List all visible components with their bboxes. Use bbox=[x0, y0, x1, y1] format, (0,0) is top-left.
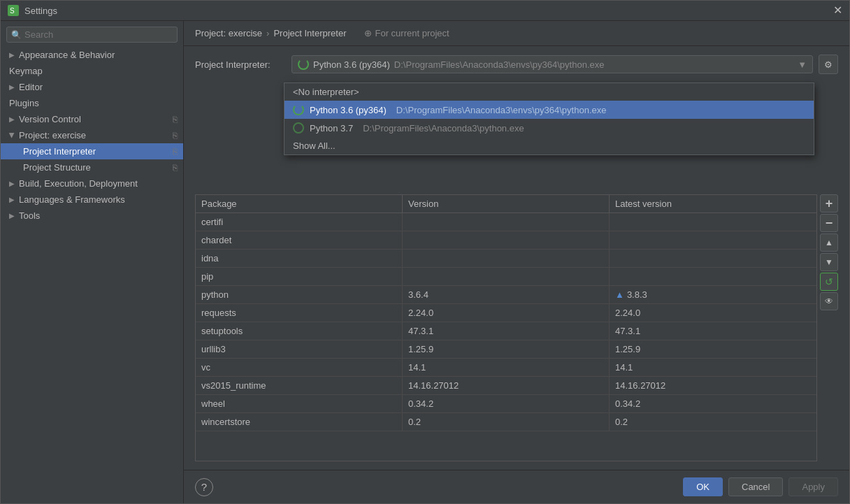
table-row[interactable]: idna bbox=[196, 250, 816, 268]
package-version-cell: 47.3.1 bbox=[403, 322, 610, 340]
dropdown-no-interpreter[interactable]: <No interpreter> bbox=[284, 83, 814, 101]
ok-button[interactable]: OK bbox=[683, 477, 723, 496]
title-bar: S Settings ✕ bbox=[1, 1, 849, 21]
search-box[interactable]: 🔍 bbox=[6, 27, 178, 43]
table-row[interactable]: certifi bbox=[196, 213, 816, 231]
sidebar-item-project-exercise[interactable]: ▶ Project: exercise ⎘ bbox=[1, 127, 183, 143]
settings-window: S Settings ✕ 🔍 ▶ Appearance & Behavior K… bbox=[0, 0, 850, 504]
package-latest-cell bbox=[610, 250, 816, 267]
package-version-cell: 1.25.9 bbox=[403, 340, 610, 358]
python-spinner-icon bbox=[293, 122, 304, 134]
sidebar: 🔍 ▶ Appearance & Behavior Keymap ▶ Edito… bbox=[1, 21, 184, 503]
refresh-button[interactable]: ↺ bbox=[820, 273, 838, 291]
package-latest-cell: 2.24.0 bbox=[610, 304, 816, 322]
table-row[interactable]: python3.6.4▲3.8.3 bbox=[196, 286, 816, 304]
sidebar-item-editor[interactable]: ▶ Editor bbox=[1, 79, 183, 95]
sidebar-item-label: Tools bbox=[19, 210, 40, 221]
footer: ? OK Cancel Apply bbox=[184, 470, 849, 503]
table-row[interactable]: wincertstore0.20.2 bbox=[196, 413, 816, 431]
dropdown-py364[interactable]: Python 3.6 (py364) D:\ProgramFiles\Anaco… bbox=[284, 101, 814, 119]
copy-icon: ⎘ bbox=[173, 115, 178, 124]
arrow-icon: ▶ bbox=[9, 180, 15, 187]
col-package: Package bbox=[196, 195, 403, 213]
sidebar-item-languages-frameworks[interactable]: ▶ Languages & Frameworks bbox=[1, 192, 183, 208]
table-row[interactable]: wheel0.34.20.34.2 bbox=[196, 395, 816, 413]
table-body: certifichardetidnapippython3.6.4▲3.8.3re… bbox=[196, 213, 816, 461]
package-version-cell: 14.1 bbox=[403, 359, 610, 376]
package-version-cell bbox=[403, 231, 610, 249]
table-row[interactable]: requests2.24.02.24.0 bbox=[196, 304, 816, 322]
no-interpreter-label: <No interpreter> bbox=[293, 87, 359, 97]
package-latest-cell: 0.2 bbox=[610, 413, 816, 431]
sidebar-item-project-interpreter[interactable]: Project Interpreter ⎘ bbox=[1, 143, 183, 159]
interpreter-selected-name: Python 3.6 (py364) bbox=[313, 59, 390, 70]
sidebar-item-tools[interactable]: ▶ Tools bbox=[1, 208, 183, 224]
sidebar-item-build-execution[interactable]: ▶ Build, Execution, Deployment bbox=[1, 175, 183, 192]
table-row[interactable]: setuptools47.3.147.3.1 bbox=[196, 322, 816, 340]
package-version-cell: 0.34.2 bbox=[403, 395, 610, 412]
package-latest-cell: 14.1 bbox=[610, 359, 816, 376]
sidebar-item-label: Languages & Frameworks bbox=[19, 194, 125, 205]
package-version-cell: 2.24.0 bbox=[403, 304, 610, 322]
scroll-down-button[interactable]: ▼ bbox=[820, 253, 838, 271]
breadcrumb-project: Project: exercise bbox=[195, 28, 262, 38]
sidebar-item-version-control[interactable]: ▶ Version Control ⎘ bbox=[1, 111, 183, 127]
table-row[interactable]: pip bbox=[196, 268, 816, 286]
interpreter-dropdown[interactable]: Python 3.6 (py364) D:\ProgramFiles\Anaco… bbox=[291, 55, 813, 73]
package-name-cell: certifi bbox=[196, 213, 403, 231]
package-name-cell: idna bbox=[196, 250, 403, 267]
copy-icon: ⎘ bbox=[173, 163, 178, 173]
copy-icon: ⎘ bbox=[173, 147, 178, 157]
dropdown-py37-path: D:\ProgramFiles\Anaconda3\python.exe bbox=[363, 123, 524, 134]
search-input[interactable] bbox=[24, 29, 173, 40]
sidebar-item-label: Project: exercise bbox=[19, 130, 86, 141]
dropdown-show-all[interactable]: Show All... bbox=[284, 137, 814, 154]
sidebar-item-label: Version Control bbox=[19, 114, 81, 124]
sidebar-item-project-structure[interactable]: Project Structure ⎘ bbox=[1, 159, 183, 175]
arrow-icon: ▶ bbox=[9, 115, 15, 123]
col-version: Version bbox=[403, 195, 610, 213]
cancel-button[interactable]: Cancel bbox=[728, 477, 783, 496]
dropdown-py37[interactable]: Python 3.7 D:\ProgramFiles\Anaconda3\pyt… bbox=[284, 119, 814, 137]
package-name-cell: wheel bbox=[196, 395, 403, 412]
package-latest-cell: 14.16.27012 bbox=[610, 377, 816, 394]
interpreter-dropdown-popup: <No interpreter> Python 3.6 (py364) D:\P… bbox=[284, 82, 814, 155]
packages-table-outer: Package Version Latest version certifich… bbox=[195, 194, 838, 461]
breadcrumb-page: Project Interpreter bbox=[273, 28, 346, 38]
package-name-cell: wincertstore bbox=[196, 413, 403, 431]
package-version-cell bbox=[403, 250, 610, 267]
arrow-icon: ▶ bbox=[9, 51, 15, 59]
breadcrumb: Project: exercise › Project Interpreter … bbox=[184, 21, 849, 46]
sidebar-item-plugins[interactable]: Plugins bbox=[1, 95, 183, 111]
remove-package-button[interactable]: − bbox=[820, 214, 838, 232]
apply-button[interactable]: Apply bbox=[788, 477, 838, 496]
package-version-cell: 0.2 bbox=[403, 413, 610, 431]
package-version-cell bbox=[403, 268, 610, 285]
content-area: Project Interpreter: Python 3.6 (py364) … bbox=[184, 46, 849, 470]
content-panel: Project: exercise › Project Interpreter … bbox=[184, 21, 849, 503]
arrow-icon: ▶ bbox=[8, 133, 16, 138]
help-button[interactable]: ? bbox=[195, 478, 213, 496]
sidebar-item-appearance[interactable]: ▶ Appearance & Behavior bbox=[1, 47, 183, 63]
package-latest-cell bbox=[610, 231, 816, 249]
package-name-cell: setuptools bbox=[196, 322, 403, 340]
add-package-button[interactable]: + bbox=[820, 194, 838, 213]
package-latest-cell: 47.3.1 bbox=[610, 322, 816, 340]
table-row[interactable]: urllib31.25.91.25.9 bbox=[196, 340, 816, 359]
close-button[interactable]: ✕ bbox=[833, 5, 842, 16]
interpreter-selected-path: D:\ProgramFiles\Anaconda3\envs\py364\pyt… bbox=[394, 59, 605, 70]
eye-button[interactable]: 👁 bbox=[820, 292, 838, 310]
dropdown-py364-path: D:\ProgramFiles\Anaconda3\envs\py364\pyt… bbox=[396, 105, 607, 115]
package-name-cell: requests bbox=[196, 304, 403, 322]
scroll-up-button[interactable]: ▲ bbox=[820, 233, 838, 252]
package-version-cell: 3.6.4 bbox=[403, 286, 610, 303]
gear-button[interactable]: ⚙ bbox=[819, 55, 838, 74]
for-project-label: ⊕For current project bbox=[364, 28, 449, 38]
python-spinner-icon bbox=[293, 104, 304, 115]
upgrade-arrow-icon: ▲ bbox=[615, 289, 624, 300]
table-row[interactable]: chardet bbox=[196, 231, 816, 250]
table-row[interactable]: vc14.114.1 bbox=[196, 359, 816, 377]
table-row[interactable]: vs2015_runtime14.16.2701214.16.27012 bbox=[196, 377, 816, 395]
python-spinner-icon bbox=[298, 59, 309, 70]
sidebar-item-keymap[interactable]: Keymap bbox=[1, 63, 183, 79]
